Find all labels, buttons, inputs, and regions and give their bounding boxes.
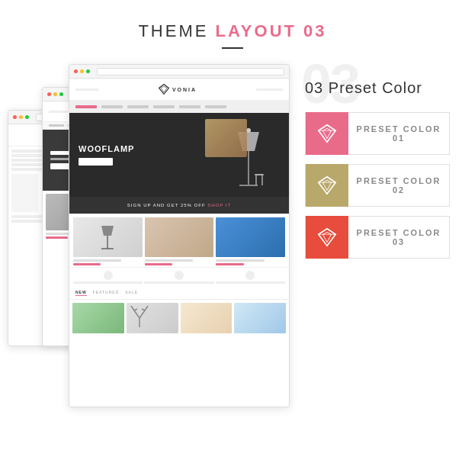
- feature-item: [73, 271, 143, 284]
- maximize-dot: [86, 69, 90, 73]
- tab-new: NEW: [75, 290, 87, 296]
- cushion-image: [205, 119, 247, 157]
- sidebar-item: [11, 168, 42, 171]
- feature-text: [73, 281, 143, 284]
- preset-title-area: 03 03 Preset Color: [305, 72, 450, 97]
- svg-marker-19: [319, 177, 335, 194]
- thumbnail-row: [69, 300, 289, 336]
- svg-marker-14: [101, 226, 114, 236]
- preset-title-text: 03 Preset Color: [305, 72, 450, 97]
- main-logo: VONIA: [158, 83, 197, 95]
- diamond-icon-1: [316, 123, 338, 144]
- title-divider: [222, 47, 243, 49]
- svg-marker-22: [319, 229, 335, 246]
- title-accent: LAYOUT 03: [216, 21, 327, 40]
- product-price-3: [216, 263, 243, 265]
- sidebar-item: [11, 159, 42, 162]
- preset-title: 03 Preset Color: [305, 79, 422, 96]
- product-img-3: [216, 217, 285, 257]
- promo-text: SIGN UP AND GET 25% OFF SHOP IT: [127, 203, 231, 207]
- color-swatch-2: [306, 164, 348, 207]
- url-bar-main: [97, 68, 284, 76]
- minimize-dot: [19, 115, 23, 119]
- feature-icon: [245, 271, 255, 280]
- browser-bar-main: [69, 65, 289, 79]
- subnav-item: [101, 105, 123, 108]
- preset-panel: 03 03 Preset Color PRESET COLOR 01: [290, 64, 457, 445]
- product-tabs: NEW FEATURED SALE: [69, 287, 289, 300]
- main-site-header: VONIA: [69, 79, 289, 101]
- color-swatch-3: [306, 216, 348, 259]
- nav-item: [49, 124, 64, 127]
- browser-stack: VONIA: [8, 64, 290, 445]
- color-label-3: PRESET COLOR 03: [348, 228, 449, 246]
- feature-text: [144, 281, 213, 284]
- thumb-1: [72, 303, 124, 333]
- main-subnav: [69, 101, 289, 113]
- subnav-item: [179, 105, 200, 108]
- desk-lamp-icon: [98, 222, 117, 252]
- product-col-1: [73, 217, 143, 265]
- page-header: THEME LAYOUT 03: [0, 0, 465, 56]
- product-col-3: [216, 217, 285, 265]
- product-price-2: [145, 263, 172, 265]
- sidebar-item: [11, 215, 42, 218]
- browser-window-main: VONIA: [69, 64, 290, 407]
- sidebar-item: [11, 220, 42, 223]
- feature-item: [216, 271, 285, 284]
- product-price: [46, 236, 68, 239]
- color-label-2: PRESET COLOR 02: [348, 176, 449, 195]
- thumb-3: [181, 303, 232, 333]
- svg-rect-10: [255, 174, 264, 175]
- tab-sale: SALE: [125, 290, 138, 296]
- tab-featured: FEATURED: [93, 290, 120, 296]
- color-option-2[interactable]: PRESET COLOR 02: [305, 164, 450, 207]
- cart-main: [256, 88, 283, 91]
- minimize-dot: [80, 69, 84, 73]
- close-dot: [74, 69, 78, 73]
- color-label-1: PRESET COLOR 01: [348, 124, 449, 143]
- close-dot: [13, 115, 17, 119]
- product-title-1: [73, 259, 121, 262]
- product-title-3: [216, 259, 264, 262]
- deer-icon: [127, 303, 153, 332]
- main-logo-text: VONIA: [172, 87, 197, 92]
- subnav-item: [205, 105, 226, 108]
- feature-icon: [104, 271, 113, 280]
- product-img-1: [73, 217, 143, 257]
- win1-sidebar: [11, 150, 42, 224]
- color-option-1[interactable]: PRESET COLOR 01: [305, 112, 450, 155]
- promo-highlight: SHOP IT: [207, 203, 231, 207]
- feature-icons: [69, 267, 289, 287]
- diamond-icon-3: [316, 227, 338, 248]
- product-title-2: [145, 259, 193, 262]
- feature-text: [216, 281, 285, 284]
- color-swatch-1: [306, 112, 348, 155]
- search-area: [75, 88, 98, 91]
- title-normal: THEME: [138, 21, 215, 40]
- subnav-home: [75, 105, 97, 108]
- sidebar-image: [11, 174, 38, 212]
- sidebar-item: [11, 163, 42, 166]
- main-logo-icon: [158, 83, 170, 95]
- sidebar-item: [11, 154, 42, 157]
- diamond-icon-2: [316, 175, 338, 196]
- color-option-3[interactable]: PRESET COLOR 03: [305, 216, 450, 259]
- product-col-2: [145, 217, 214, 265]
- promo-label: SIGN UP AND GET 25% OFF: [127, 203, 206, 207]
- product-img-2: [145, 217, 214, 257]
- maximize-dot: [25, 115, 29, 119]
- main-product-grid: [69, 214, 289, 267]
- hero-title: WOOFLAMP: [79, 144, 134, 153]
- close-dot: [47, 92, 51, 96]
- thumb-2: [127, 303, 178, 333]
- thumb-4: [234, 303, 286, 333]
- product-price-1: [73, 263, 101, 265]
- hero-text: WOOFLAMP: [69, 135, 143, 175]
- promo-strip: SIGN UP AND GET 25% OFF SHOP IT: [69, 197, 289, 214]
- subnav-item: [127, 105, 149, 108]
- minimize-dot: [53, 92, 57, 96]
- nav-line: [49, 111, 68, 113]
- hero-button: [79, 158, 113, 166]
- sidebar-item: [11, 150, 42, 153]
